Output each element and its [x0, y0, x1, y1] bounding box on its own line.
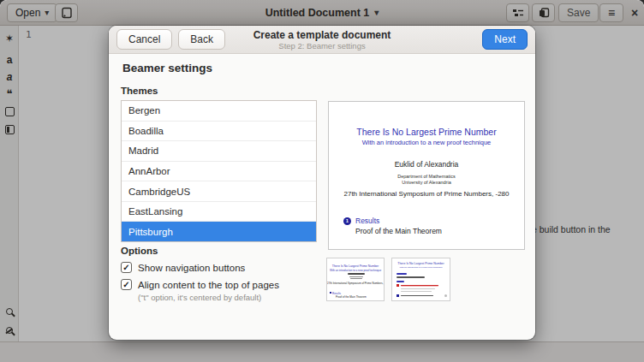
template-dialog: Cancel Back Create a template document S… — [109, 26, 535, 340]
toc-number-badge: 1 — [343, 217, 351, 225]
dialog-subtitle: Step 2: Beamer settings — [278, 41, 365, 50]
theme-row-madrid[interactable]: Madrid — [122, 141, 316, 162]
thumb-text-bar — [401, 295, 433, 297]
next-button[interactable]: Next — [482, 29, 528, 50]
back-button-label: Back — [190, 33, 213, 45]
slide-date: 27th International Symposium of Prime Nu… — [329, 190, 524, 198]
theme-row-eastlansing[interactable]: EastLansing — [122, 202, 316, 223]
thumb-proof-bar — [397, 281, 404, 282]
next-button-label: Next — [494, 33, 516, 45]
theme-list: BergenBoadillaMadridAnnArborCambridgeUSE… — [121, 100, 317, 242]
theme-row-pittsburgh[interactable]: Pittsburgh — [122, 222, 316, 241]
slide-institute-line2: University of Alexandria — [329, 180, 524, 185]
thumb-red-bullet — [397, 284, 399, 287]
thumb-subtitle: With an introduction to a new proof tech… — [392, 266, 450, 269]
checkbox-checked[interactable]: ✓ — [121, 279, 132, 290]
options-label: Options — [121, 246, 158, 256]
thumb-author-bar — [348, 273, 365, 275]
thumb-title: There Is No Largest Prime Number — [392, 262, 450, 265]
option-show-navigation[interactable]: ✓ Show navigation buttons — [121, 262, 245, 273]
thumb-red-text-bar — [401, 285, 438, 286]
theme-row-cambridgeus[interactable]: CambridgeUS — [122, 181, 316, 202]
cancel-button[interactable]: Cancel — [116, 29, 172, 50]
thumb-blue-bullet — [397, 294, 399, 297]
thumb-nav-dot — [444, 294, 447, 297]
theme-row-annarbor[interactable]: AnnArbor — [122, 162, 316, 182]
thumb-subtitle: With an introduction to a new proof tech… — [327, 269, 384, 272]
slide-institute-line1: Department of Mathematics — [329, 174, 524, 179]
themes-label: Themes — [121, 86, 158, 96]
thumb-date: 27th International Symposium of Prime Nu… — [327, 282, 384, 285]
thumb-inst-bar — [350, 278, 362, 279]
checkbox-checked[interactable]: ✓ — [121, 262, 132, 273]
option-label: Align content to the top of pages — [138, 280, 279, 290]
slide-subtitle: With an introduction to a new proof tech… — [329, 139, 524, 146]
theme-row-bergen[interactable]: Bergen — [122, 101, 316, 122]
back-button[interactable]: Back — [178, 29, 225, 50]
slide-thumbnail-1[interactable]: There Is No Largest Prime Number With an… — [326, 258, 385, 301]
app-window: Open ▾ Untitled Document 1 ▾ — [0, 0, 644, 362]
toc-section: Results — [355, 217, 379, 225]
slide-title: There Is No Largest Prime Number — [329, 127, 524, 137]
thumb-inst-bar — [349, 276, 363, 277]
toc-subsection: Proof of the Main Theorem — [355, 227, 442, 235]
cancel-button-label: Cancel — [128, 33, 160, 45]
thumb-toc-subsection: Proof of the Main Theorem — [336, 295, 367, 299]
dialog-headerbar: Cancel Back Create a template document S… — [109, 26, 535, 54]
thumb-theorem-bar — [397, 273, 407, 275]
thumb-dim-bar — [401, 291, 432, 292]
option-label: Show navigation buttons — [138, 263, 245, 273]
dialog-title: Create a template document — [253, 29, 391, 41]
theme-row-boadilla[interactable]: Boadilla — [122, 122, 316, 142]
dialog-title-box: Create a template document Step 2: Beame… — [212, 26, 432, 54]
thumb-toc-bullet — [330, 292, 331, 294]
thumb-dim-bar — [401, 288, 435, 289]
thumb-text-bar — [397, 276, 425, 278]
slide-toc-row: 1 Results — [343, 217, 379, 225]
slide-author: Euklid of Alexandria — [329, 160, 524, 169]
slide-preview: There Is No Largest Prime Number With an… — [328, 101, 525, 250]
section-heading: Beamer settings — [122, 62, 212, 74]
slide-thumbnail-2[interactable]: There Is No Largest Prime Number With an… — [391, 258, 450, 301]
option-align-top[interactable]: ✓ Align content to the top of pages — [121, 279, 279, 290]
thumb-title: There Is No Largest Prime Number — [327, 264, 384, 268]
option-note: ("t" option, it's centered by default) — [138, 293, 261, 302]
